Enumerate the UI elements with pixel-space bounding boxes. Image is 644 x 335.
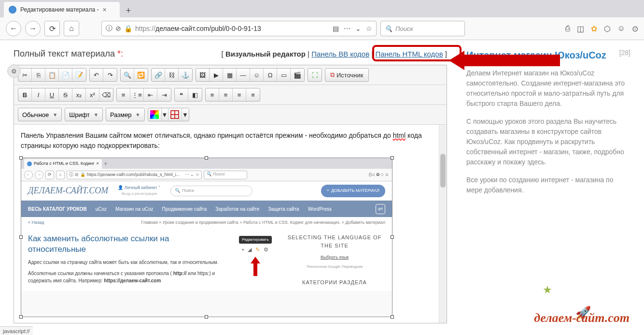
toolbar-icons: ⎙ ◫ ✿ ⬡ ☺ ⊙ bbox=[565, 24, 638, 33]
search-bar[interactable]: 🔍 Поиск bbox=[380, 21, 465, 36]
embedded-screenshot[interactable]: Работа с HTML и CSS. Кодинг×+ ←→⟳⌂ ⓘ⊘🔒ht… bbox=[21, 158, 392, 317]
watermark-logo: делаем-сайт.com bbox=[534, 311, 630, 325]
vertical-scrollbar[interactable] bbox=[439, 125, 447, 323]
paste-icon[interactable]: 📋 bbox=[45, 69, 59, 81]
url-text: https://делаем-сайт.com/publ/0-0-0-91-13 bbox=[135, 25, 330, 32]
library-icon[interactable]: ⎙ bbox=[565, 24, 570, 33]
unlink-icon[interactable]: ⛓ bbox=[165, 69, 179, 81]
hr-icon[interactable]: — bbox=[237, 69, 250, 81]
nav-bar: ← → ⟳ ⌂ ⓘ ⊘ 🔒 https://делаем-сайт.com/pu… bbox=[0, 17, 644, 40]
star-icon[interactable]: ☆ bbox=[366, 25, 372, 32]
maximize-icon[interactable]: ⛶ bbox=[308, 69, 322, 81]
editor-content[interactable]: Панель Управления Вашим сайтом может отл… bbox=[14, 125, 447, 323]
subscript-icon[interactable]: x₂ bbox=[72, 88, 86, 101]
reader-icon[interactable]: ▤ bbox=[333, 25, 339, 32]
strike-icon[interactable]: S bbox=[59, 88, 72, 101]
wysiwyg-editor: ⚙ ✂⎘📋📄📝 ↶↷ 🔍🔁 🔗⛓⚓ 🖼▶▦—☺Ω▭🎬 ⛶ ⧉Источник B… bbox=[14, 65, 447, 323]
italic-icon[interactable]: I bbox=[32, 88, 45, 101]
red-highlight-box bbox=[372, 45, 462, 61]
gear-icon[interactable]: ⚙ bbox=[7, 64, 21, 78]
forward-button[interactable]: → bbox=[25, 21, 41, 36]
smiley-icon[interactable]: ☺ bbox=[250, 69, 264, 81]
paste-text-icon[interactable]: 📄 bbox=[59, 69, 72, 81]
extension-icon[interactable]: ✿ bbox=[591, 24, 597, 33]
specialchar-icon[interactable]: Ω bbox=[264, 69, 277, 81]
account-icon[interactable]: ☺ bbox=[617, 24, 625, 33]
aligncenter-icon[interactable]: ≡ bbox=[219, 88, 233, 101]
underline-icon[interactable]: U bbox=[45, 88, 59, 101]
source-button[interactable]: ⧉Источник bbox=[325, 69, 368, 81]
globe-icon bbox=[9, 6, 16, 14]
redo-icon[interactable]: ↷ bbox=[103, 69, 117, 81]
tab-title: Редактирование материала - bbox=[20, 6, 99, 13]
bold-icon[interactable]: B bbox=[18, 88, 32, 101]
search-icon: 🔍 bbox=[385, 25, 392, 32]
reload-button[interactable]: ⟳ bbox=[44, 21, 60, 36]
more-icon[interactable]: ⋯ bbox=[344, 25, 350, 32]
sidebar-paragraph: С помощью уроков этого раздела Вы научит… bbox=[466, 117, 630, 167]
url-bar[interactable]: ⓘ ⊘ 🔒 https://делаем-сайт.com/publ/0-0-0… bbox=[101, 21, 377, 36]
sidebar-paragraph: Делаем Интернет магазин на Юкоз/uCoz сам… bbox=[466, 68, 630, 109]
format-select[interactable]: Обычное▼ bbox=[18, 108, 62, 121]
copy-icon[interactable]: ⎘ bbox=[32, 69, 45, 81]
new-tab-button[interactable]: + bbox=[122, 4, 135, 17]
size-select[interactable]: Размер▼ bbox=[106, 108, 145, 121]
search-placeholder: Поиск bbox=[395, 25, 413, 32]
blockquote-icon[interactable]: ❝ bbox=[175, 88, 188, 101]
shield-icon[interactable]: ⬡ bbox=[604, 24, 611, 33]
replace-icon[interactable]: 🔁 bbox=[134, 69, 148, 81]
flash-icon[interactable]: ▶ bbox=[210, 69, 223, 81]
back-button[interactable]: ← bbox=[6, 21, 21, 36]
bulletedlist-icon[interactable]: ⋮≡ bbox=[130, 88, 144, 101]
sidebar-paragraph: Все уроки по созданию интернет - магазин… bbox=[466, 175, 630, 195]
font-select[interactable]: Шрифт▼ bbox=[65, 108, 103, 121]
numberedlist-icon[interactable]: ≡ bbox=[117, 88, 130, 101]
lock-icon: 🔒 bbox=[124, 25, 132, 32]
video-icon[interactable]: 🎬 bbox=[291, 69, 304, 81]
link-icon[interactable]: 🔗 bbox=[152, 69, 165, 81]
red-arrow-annotation bbox=[449, 51, 560, 70]
pocket-icon[interactable]: ⌄ bbox=[355, 25, 361, 32]
editor-mode-tabs: [ Визуальный редактор | Панель BB кодов … bbox=[222, 50, 447, 58]
alignright-icon[interactable]: ≡ bbox=[233, 88, 246, 101]
removeformat-icon[interactable]: ⌫ bbox=[99, 88, 113, 101]
sidebar: [28] Интернет магазин Юкоз/uCoz Делаем И… bbox=[466, 49, 630, 323]
alignleft-icon[interactable]: ≡ bbox=[206, 88, 219, 101]
undo-icon[interactable]: ↶ bbox=[90, 69, 103, 81]
div-icon[interactable]: ◧ bbox=[188, 88, 202, 101]
superscript-icon[interactable]: x² bbox=[86, 88, 99, 101]
tab-bb[interactable]: Панель BB кодов bbox=[311, 50, 369, 58]
textcolor-caret[interactable]: ▼ bbox=[162, 108, 168, 121]
page-title: Полный текст материала *: bbox=[14, 49, 123, 59]
indent-icon[interactable]: ⇥ bbox=[157, 88, 171, 101]
alignjustify-icon[interactable]: ≡ bbox=[246, 88, 260, 101]
iframe-icon[interactable]: ▭ bbox=[277, 69, 291, 81]
textcolor-icon[interactable] bbox=[148, 108, 162, 121]
paste-word-icon[interactable]: 📝 bbox=[72, 69, 86, 81]
article-count: [28] bbox=[619, 49, 630, 57]
anchor-icon[interactable]: ⚓ bbox=[179, 69, 192, 81]
home-button[interactable]: ⌂ bbox=[64, 21, 79, 36]
table-icon[interactable]: ▦ bbox=[223, 69, 237, 81]
close-icon[interactable]: × bbox=[103, 6, 107, 14]
sidebar-icon[interactable]: ◫ bbox=[577, 24, 584, 33]
status-bar: javascript:// bbox=[0, 326, 33, 335]
star-decoration: ★ bbox=[543, 284, 552, 296]
info-icon[interactable]: ⓘ bbox=[106, 24, 112, 33]
outdent-icon[interactable]: ⇤ bbox=[144, 88, 157, 101]
image-icon[interactable]: 🖼 bbox=[196, 69, 210, 81]
bgcolor-caret[interactable]: ▼ bbox=[182, 108, 189, 121]
noscript-icon[interactable]: ⊘ bbox=[115, 25, 121, 32]
find-icon[interactable]: 🔍 bbox=[121, 69, 134, 81]
menu-icon[interactable]: ⊙ bbox=[632, 24, 638, 33]
tab-visual[interactable]: Визуальный редактор bbox=[225, 50, 306, 58]
bgcolor-icon[interactable] bbox=[168, 108, 182, 121]
browser-chrome: Редактирование материала - × + ← → ⟳ ⌂ ⓘ… bbox=[0, 0, 644, 40]
tab-strip: Редактирование материала - × + bbox=[0, 0, 644, 17]
browser-tab[interactable]: Редактирование материала - × bbox=[4, 2, 120, 17]
